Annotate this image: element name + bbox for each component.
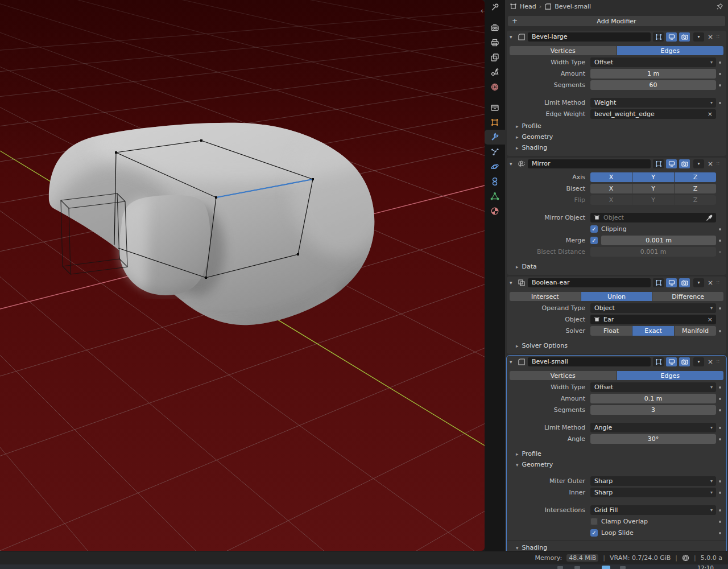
decorator-dot[interactable] [719, 427, 721, 429]
decorator-dot[interactable] [719, 509, 721, 512]
clear-icon[interactable]: × [708, 110, 713, 118]
collapse-chevron-icon[interactable]: ▾ [510, 359, 515, 365]
bisect-z-button[interactable]: Z [675, 184, 716, 193]
decorator-dot[interactable] [719, 492, 721, 494]
close-icon[interactable]: × [706, 160, 714, 168]
render-display-toggle[interactable] [679, 278, 690, 287]
decorator-dot[interactable] [719, 409, 721, 411]
segments-slider[interactable]: 60 [590, 80, 716, 90]
region-toggle-arrow[interactable]: ‹ [481, 7, 483, 14]
axis-x-button[interactable]: X [590, 172, 632, 182]
bisect-distance-slider[interactable]: 0.001 m [590, 247, 716, 257]
merge-checkbox[interactable]: ✓ [590, 237, 598, 244]
modifier-extras-dropdown[interactable]: ▾ [693, 357, 704, 366]
section-shading[interactable]: ▸Shading [510, 142, 723, 153]
tab-tool[interactable] [485, 0, 505, 15]
checkbox-unchecked[interactable] [590, 518, 598, 525]
section-profile[interactable]: ▸Profile [510, 121, 723, 131]
taskbar-icon[interactable] [574, 566, 580, 569]
bisect-y-button[interactable]: Y [632, 184, 674, 193]
decorator-dot[interactable] [719, 438, 721, 440]
miter-inner-dropdown[interactable]: Sharp▾ [590, 488, 716, 497]
segments-slider[interactable]: 3 [590, 405, 716, 415]
bisect-x-button[interactable]: X [590, 184, 632, 193]
modifier-extras-dropdown[interactable]: ▾ [693, 32, 704, 42]
tab-render[interactable] [485, 20, 505, 35]
merge-threshold-slider[interactable]: 0.001 m [601, 236, 716, 245]
decorator-dot[interactable] [719, 73, 721, 75]
section-shading[interactable]: ▾Shading [510, 542, 723, 551]
viewport-3d[interactable]: ‹ [0, 0, 485, 551]
taskbar-icon[interactable] [557, 566, 563, 569]
modifier-name-field[interactable]: Mirror [528, 159, 651, 168]
close-icon[interactable]: × [706, 33, 714, 41]
loop-slide-row[interactable]: ✓ Loop Slide [590, 529, 716, 537]
tab-material[interactable] [485, 204, 505, 218]
flip-x-button[interactable]: X [590, 195, 632, 205]
decorator-dot[interactable] [719, 398, 721, 400]
tab-collection[interactable] [485, 100, 505, 115]
collapse-chevron-icon[interactable]: ▾ [510, 280, 515, 286]
decorator-dot[interactable] [719, 102, 721, 104]
drag-handle[interactable]: ∷ [717, 161, 723, 166]
flip-y-button[interactable]: Y [632, 195, 674, 205]
tab-physics[interactable] [485, 159, 505, 174]
section-geometry[interactable]: ▾Geometry [510, 459, 723, 470]
modifier-name-field[interactable]: Boolean-ear [528, 278, 651, 287]
limit-method-dropdown[interactable]: Weight▾ [590, 98, 716, 108]
modifier-extras-dropdown[interactable]: ▾ [693, 159, 704, 168]
amount-slider[interactable]: 1 m [590, 69, 716, 79]
operation-difference[interactable]: Difference [652, 292, 723, 301]
breadcrumb-modifier[interactable]: Bevel-small [555, 3, 591, 10]
collapse-chevron-icon[interactable]: ▾ [510, 34, 515, 40]
taskbar-active-app-icon[interactable] [602, 566, 610, 569]
decorator-dot[interactable] [719, 251, 721, 253]
close-icon[interactable]: × [706, 358, 714, 366]
decorator-dot[interactable] [719, 61, 721, 64]
realtime-display-toggle[interactable] [666, 159, 677, 168]
render-display-toggle[interactable] [679, 357, 690, 366]
section-solver-options[interactable]: ▸Solver Options [510, 340, 723, 351]
decorator-dot[interactable] [719, 521, 721, 523]
network-globe-icon[interactable] [682, 554, 689, 562]
decorator-dot[interactable] [719, 84, 721, 86]
boolean-object-field[interactable]: Ear × [590, 315, 716, 324]
solver-manifold[interactable]: Manifold [675, 326, 716, 336]
realtime-display-toggle[interactable] [666, 357, 677, 366]
clamp-overlap-row[interactable]: Clamp Overlap [590, 518, 716, 525]
render-display-toggle[interactable] [679, 159, 690, 168]
clear-icon[interactable]: × [708, 316, 713, 323]
render-display-toggle[interactable] [679, 32, 690, 42]
width-type-dropdown[interactable]: Offset▾ [590, 382, 716, 392]
tab-scene[interactable] [485, 65, 505, 80]
tab-object[interactable] [485, 115, 505, 130]
mirror-object-field[interactable]: Object [590, 213, 716, 222]
flip-z-button[interactable]: Z [675, 195, 716, 205]
operation-intersect[interactable]: Intersect [510, 292, 581, 301]
breadcrumb-object[interactable]: Head [520, 3, 536, 10]
decorator-dot[interactable] [719, 228, 721, 230]
tab-edges[interactable]: Edges [617, 371, 724, 380]
taskbar-icon[interactable] [620, 566, 626, 569]
realtime-display-toggle[interactable] [666, 32, 677, 42]
edit-mode-toggle[interactable] [653, 278, 664, 287]
operation-union[interactable]: Union [581, 292, 652, 301]
close-icon[interactable]: × [706, 279, 714, 287]
tab-view-layer[interactable] [485, 50, 505, 65]
pin-icon[interactable] [716, 3, 723, 10]
decorator-dot[interactable] [719, 240, 721, 242]
tab-vertices[interactable]: Vertices [510, 46, 617, 55]
solver-exact[interactable]: Exact [632, 326, 674, 336]
section-data[interactable]: ▸Data [510, 261, 723, 272]
edit-mode-toggle[interactable] [653, 32, 664, 42]
tab-output[interactable] [485, 35, 505, 50]
modifier-extras-dropdown[interactable]: ▾ [693, 278, 704, 287]
realtime-display-toggle[interactable] [666, 278, 677, 287]
decorator-dot[interactable] [719, 330, 721, 332]
tab-object-data[interactable] [485, 189, 505, 204]
tab-edges[interactable]: Edges [617, 46, 724, 55]
modifier-name-field[interactable]: Bevel-large [528, 32, 651, 42]
modifier-name-field[interactable]: Bevel-small [528, 357, 651, 366]
checkbox-checked[interactable]: ✓ [590, 529, 598, 537]
drag-handle[interactable]: ∷ [717, 280, 723, 285]
